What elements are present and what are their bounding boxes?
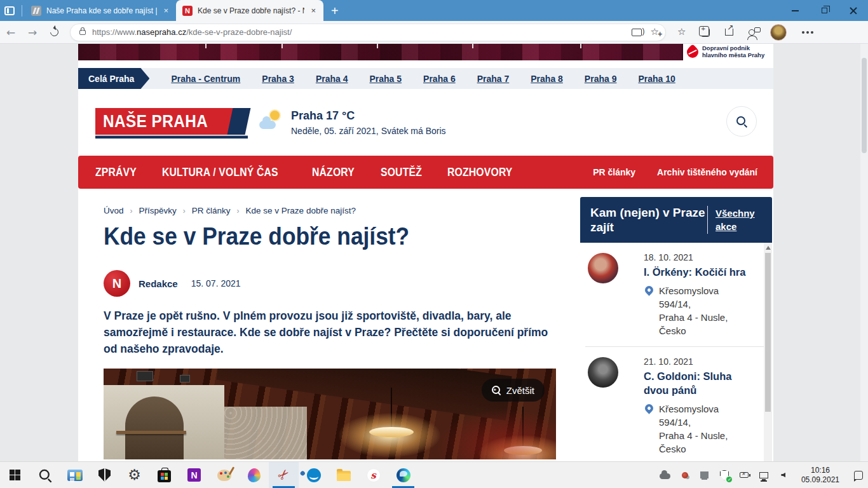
region-link-praha-6[interactable]: Praha 6: [423, 74, 456, 84]
taskbar-store[interactable]: [149, 462, 179, 488]
clock-time: 10:16: [801, 466, 839, 475]
site-search-button[interactable]: [726, 106, 757, 137]
taskbar-defender[interactable]: [90, 462, 119, 488]
article-image[interactable]: + Zvětšit: [104, 369, 556, 459]
region-link-praha-7[interactable]: Praha 7: [477, 74, 510, 84]
maximize-button[interactable]: [810, 0, 839, 21]
image-zoom-button[interactable]: + Zvětšit: [482, 379, 545, 402]
vertical-tabs-button[interactable]: [0, 0, 19, 21]
menu-item-zpravy[interactable]: ZPRÁVY: [95, 166, 137, 179]
events-sidebar: Kam (nejen) v Praze zajít Všechny akce 1…: [580, 197, 772, 461]
share-icon[interactable]: [725, 29, 733, 36]
action-center-button[interactable]: [851, 470, 863, 481]
scroll-up-arrow[interactable]: [766, 246, 771, 250]
taskbar-paint[interactable]: [209, 462, 239, 488]
taskbar-paint3d[interactable]: [239, 462, 269, 488]
maximize-icon: [822, 8, 827, 13]
region-link-praha-8[interactable]: Praha 8: [531, 74, 563, 84]
taskbar-snipping-tool[interactable]: ✂: [269, 462, 299, 488]
page-viewport: Dopravní podnikhlavního města Prahy Celá…: [0, 44, 868, 461]
refresh-button[interactable]: [43, 28, 65, 36]
taskbar-file-explorer[interactable]: [329, 462, 358, 488]
breadcrumb-pr-clanky[interactable]: PR články: [192, 206, 231, 215]
menu-item-pr-clanky[interactable]: PR články: [593, 167, 635, 177]
event2-title[interactable]: C. Goldoni: Sluha dvou pánů: [644, 369, 747, 397]
breadcrumb-uvod[interactable]: Úvod: [104, 206, 124, 215]
author-avatar[interactable]: N: [104, 270, 130, 297]
tab-active[interactable]: N Kde se v Praze dobře najíst? - Na ×: [176, 0, 323, 21]
region-link-praha-9[interactable]: Praha 9: [585, 74, 617, 84]
url-scheme: https://www.: [92, 27, 137, 37]
tab2-favicon: N: [182, 6, 193, 16]
tray-antivirus[interactable]: [679, 470, 691, 481]
system-tray: ✓ 10:16 05.09.2021: [660, 462, 868, 488]
tray-app-window[interactable]: [699, 470, 710, 481]
tab2-close-icon[interactable]: ×: [309, 6, 317, 15]
region-link-praha-10[interactable]: Praha 10: [638, 74, 675, 84]
top-banner-ad[interactable]: Dopravní podnikhlavního města Prahy: [78, 44, 773, 60]
sidebar-scrollbar-thumb[interactable]: [765, 253, 771, 412]
tray-security[interactable]: ✓: [719, 470, 730, 481]
region-link-praha-5[interactable]: Praha 5: [369, 74, 402, 84]
event-item[interactable]: 21. 10. 2021 C. Goldoni: Sluha dvou pánů…: [585, 347, 772, 461]
magnifier-plus-icon: +: [492, 386, 501, 395]
power-plug-icon: [740, 472, 749, 478]
feedback-icon[interactable]: [749, 29, 755, 36]
add-favorite-icon[interactable]: ☆+: [651, 27, 659, 37]
close-button[interactable]: [839, 0, 868, 21]
forward-button[interactable]: →: [22, 26, 43, 39]
tab-inactive[interactable]: Naše Praha kde se dobře najíst | ×: [25, 0, 176, 21]
lock-icon[interactable]: [79, 30, 86, 35]
new-tab-button[interactable]: +: [331, 4, 339, 17]
refresh-icon: [48, 26, 60, 37]
control-panel-icon: [67, 470, 83, 481]
scissors-icon: ✂: [275, 466, 292, 484]
read-aloud-icon[interactable]: [632, 29, 642, 36]
taskbar-control-panel[interactable]: [60, 462, 90, 488]
region-link-praha-centrum[interactable]: Praha - Centrum: [171, 74, 240, 84]
region-link-praha-3[interactable]: Praha 3: [262, 74, 294, 84]
tray-onedrive[interactable]: [660, 470, 671, 481]
taskbar-openoffice[interactable]: [299, 462, 329, 488]
profile-avatar[interactable]: [770, 24, 787, 41]
region-tab-cela-praha[interactable]: Celá Praha: [78, 68, 149, 89]
url-text[interactable]: https://www.nasepraha.cz/kde-se-v-praze-…: [92, 27, 623, 37]
address-bar[interactable]: https://www.nasepraha.cz/kde-se-v-praze-…: [70, 24, 666, 41]
breadcrumb-separator: ›: [237, 207, 240, 215]
minimize-button[interactable]: [780, 0, 810, 21]
tab1-title: Naše Praha kde se dobře najíst |: [46, 6, 157, 15]
back-button[interactable]: ←: [0, 26, 22, 39]
tab1-close-icon[interactable]: ×: [162, 6, 170, 15]
author-name[interactable]: Redakce: [139, 278, 178, 289]
page-scrollbar-thumb[interactable]: [862, 58, 867, 153]
sidebar-scrollbar[interactable]: [764, 243, 772, 461]
menu-item-soutez[interactable]: SOUTĚŽ: [381, 166, 422, 179]
menu-item-kultura[interactable]: KULTURA / VOLNÝ ČAS: [162, 166, 278, 179]
region-link-praha-4[interactable]: Praha 4: [316, 74, 348, 84]
taskbar-seznam[interactable]: s: [358, 462, 388, 488]
collections-icon[interactable]: [701, 28, 710, 37]
close-icon: [850, 7, 857, 15]
start-button[interactable]: [0, 462, 30, 488]
taskbar-settings[interactable]: ⚙: [119, 462, 149, 488]
event-item[interactable]: 18. 10. 2021 I. Örkény: Kočičí hra Křeso…: [585, 243, 772, 347]
site-logo[interactable]: NAŠE PRAHA: [95, 108, 236, 135]
menu-item-rozhovory[interactable]: ROZHOVORY: [447, 166, 513, 179]
all-events-link[interactable]: Všechny akce: [715, 207, 756, 233]
taskbar-onenote[interactable]: N: [179, 462, 209, 488]
event1-title[interactable]: I. Örkény: Kočičí hra: [644, 265, 747, 279]
menu-item-nazory[interactable]: NÁZORY: [312, 166, 355, 179]
tray-volume[interactable]: [778, 470, 789, 481]
windows-icon: [10, 470, 20, 480]
tray-power[interactable]: [738, 470, 750, 481]
taskbar-clock[interactable]: 10:16 05.09.2021: [797, 466, 843, 485]
taskbar-edge[interactable]: [388, 462, 418, 488]
favorites-icon[interactable]: ☆: [677, 27, 686, 37]
menu-ellipsis-icon[interactable]: [802, 31, 804, 34]
tray-network[interactable]: [758, 470, 770, 481]
taskbar-search-button[interactable]: [30, 462, 60, 488]
menu-item-archiv[interactable]: Archiv tištěného vydání: [657, 167, 757, 177]
page-scrollbar[interactable]: [860, 44, 868, 461]
breadcrumb-prispevky[interactable]: Příspěvky: [139, 206, 177, 215]
breadcrumb-separator: ›: [183, 207, 186, 215]
